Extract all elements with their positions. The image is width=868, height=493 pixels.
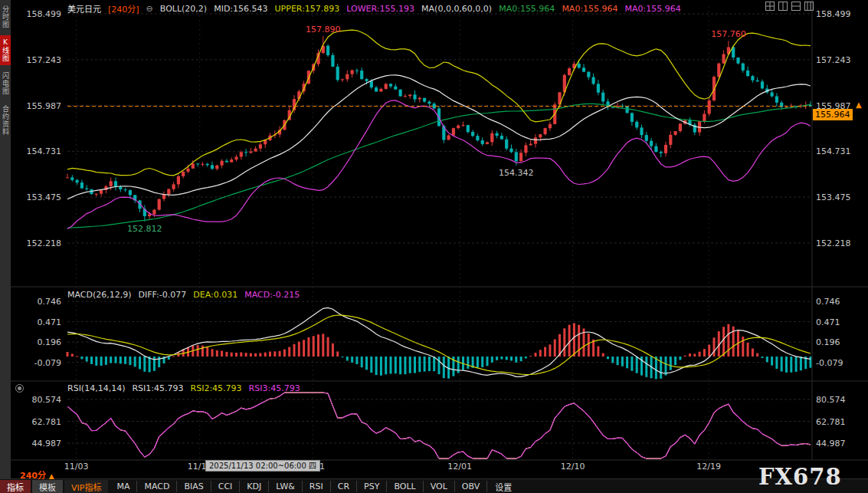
macd-macd-value: MACD:-0.215 <box>244 290 300 300</box>
price-annotation-3: 152.812 <box>127 224 162 234</box>
bottom-toolbar: 指标模板VIP指标MAMACDBIASCCIKDJLW&RSICRPSYBOLL… <box>0 478 868 493</box>
ma0-value-2: MA0:155.964 <box>562 4 617 14</box>
rsi-axis-label-left-1: 62.781 <box>32 417 62 427</box>
macd-axis-label-left-1: 0.471 <box>38 317 62 327</box>
current-price-tag: 155.964 <box>813 109 853 120</box>
timeframe-label[interactable]: [240分] <box>108 2 139 15</box>
macd-diff-value: DIFF:-0.077 <box>139 290 187 300</box>
split-horizontal-icon[interactable] <box>791 2 801 11</box>
toolbar-indicator-psy[interactable]: PSY <box>357 481 387 492</box>
x-axis: 11/0311/1311/2112/0112/1012/19 <box>0 462 868 472</box>
toolbar-indicator-bias[interactable]: BIAS <box>177 481 211 492</box>
tab-indicators[interactable]: 指标 <box>0 480 31 493</box>
macd-legend-label: MACD(26,12,9) <box>67 290 132 300</box>
price-axis-label-right-5: 152.218 <box>816 238 851 248</box>
xaxis-label-5: 12/19 <box>696 462 721 472</box>
boll-upper-value: UPPER:157.893 <box>275 4 340 14</box>
price-axis-label-right-1: 157.243 <box>816 55 851 65</box>
toolbar-indicator-cci[interactable]: CCI <box>211 481 241 492</box>
layout-icons-bar <box>765 2 814 11</box>
candles-layer <box>66 36 812 222</box>
grid-2x2-icon[interactable] <box>765 2 775 11</box>
toolbar-indicator-kdj[interactable]: KDJ <box>240 481 269 492</box>
date-tooltip: 2025/11/13 02:00~06:00 四 <box>205 460 320 472</box>
xaxis-label-4: 12/10 <box>561 462 585 472</box>
sidebar-item-flash-chart[interactable]: 闪电图 <box>0 69 11 98</box>
period-label: 240分 <box>20 471 46 481</box>
boll-upper-line <box>67 30 811 176</box>
rsi-panel <box>67 393 811 458</box>
boll-legend: BOLL(20,2) <box>160 4 207 14</box>
toolbar-indicator-lw[interactable]: LW& <box>269 481 303 492</box>
rsi-axis-label-right-1: 62.781 <box>816 417 846 427</box>
split-vertical-icon[interactable] <box>778 2 788 11</box>
macd-axis-label-right-3: -0.079 <box>816 358 843 368</box>
price-axis-label-left-5: 152.218 <box>27 238 62 248</box>
rsi1-value: RSI1:45.793 <box>132 383 183 393</box>
toolbar-indicator-boll[interactable]: BOLL <box>387 481 423 492</box>
price-axis-label-left-4: 153.475 <box>27 192 62 202</box>
price-axis-label-left-3: 154.731 <box>27 146 62 156</box>
macd-axis-label-left-2: 0.196 <box>38 337 62 347</box>
price-axis-label-left-2: 155.987 <box>27 101 62 111</box>
symbol-label: 美元日元 <box>67 2 101 15</box>
fx678-watermark: FX678 <box>758 464 842 490</box>
toolbar-indicator-obv[interactable]: OBV <box>455 481 487 492</box>
rsi-legend: RSI(14,14,14)RSI1:45.793RSI2:45.793RSI3:… <box>67 383 300 393</box>
macd-axis-label-right-2: 0.196 <box>816 337 840 347</box>
rsi3-line <box>67 393 811 458</box>
tab-templates[interactable]: 模板 <box>32 480 63 493</box>
price-axis-label-left-1: 157.243 <box>27 55 62 65</box>
toolbar-indicator-cr[interactable]: CR <box>331 481 357 492</box>
price-annotation-2: 154.342 <box>499 168 534 178</box>
sidebar-item-kline-chart[interactable]: K线图 <box>0 35 11 65</box>
rsi-axis-label-right-0: 80.574 <box>816 395 846 405</box>
rsi3-value: RSI3:45.793 <box>249 383 300 393</box>
toolbar-indicator-vol[interactable]: VOL <box>424 481 455 492</box>
macd-legend: MACD(26,12,9)DIFF:-0.077DEA:0.031MACD:-0… <box>67 290 300 300</box>
ma-legend: MA(0,0,0,60,0,0) <box>421 4 492 14</box>
sidebar-item-time-chart[interactable]: 分时图 <box>0 2 11 31</box>
sidebar-item-contract-info[interactable]: 合约资料 <box>0 102 11 139</box>
period-up-arrow-icon: ▲ <box>49 472 54 480</box>
price-axis-label-right-0: 158.499 <box>816 9 851 19</box>
macd-panel <box>67 307 812 379</box>
rsi-axis-label-left-0: 80.574 <box>32 395 62 405</box>
toolbar-indicator-macd[interactable]: MACD <box>137 481 177 492</box>
macd-dea-value: DEA:0.031 <box>193 290 237 300</box>
boll-mid-value: MID:156.543 <box>214 4 267 14</box>
toolbar-indicator-ma[interactable]: MA <box>110 481 137 492</box>
rsi-legend-label: RSI(14,14,14) <box>67 383 125 393</box>
price-annotations: 157.890157.760154.342152.812 <box>127 25 746 234</box>
rsi1-line <box>67 393 811 458</box>
grid-3col-icon[interactable] <box>804 2 814 11</box>
price-annotation-0: 157.890 <box>306 25 341 35</box>
panel-toggle-icon[interactable] <box>15 384 24 393</box>
price-axis-label-left-0: 158.499 <box>27 9 62 19</box>
toolbar-settings[interactable]: 设置 <box>487 480 519 493</box>
left-sidebar: 分时图K线图闪电图合约资料 <box>0 0 11 493</box>
tab-vip-indicators[interactable]: VIP指标 <box>64 480 108 493</box>
trading-terminal: 157.890157.760154.342152.812158.499158.4… <box>0 0 868 493</box>
ma0-value-1: MA0:155.964 <box>499 4 555 14</box>
minus-circle-icon[interactable]: ⊖ <box>146 4 153 14</box>
macd-axis-label-right-1: 0.471 <box>816 317 840 327</box>
chart-canvas[interactable]: 157.890157.760154.342152.812158.499158.4… <box>0 0 868 493</box>
ma0-value-3: MA0:155.964 <box>625 4 681 14</box>
rsi-axis-label-right-2: 44.987 <box>816 439 846 449</box>
price-up-arrow-icon: ▲ <box>856 100 862 109</box>
price-annotation-1: 157.760 <box>711 29 746 39</box>
macd-axis-label-left-3: -0.079 <box>34 358 61 368</box>
rsi2-value: RSI2:45.793 <box>191 383 242 393</box>
rsi-axis-label-left-2: 44.987 <box>32 439 62 449</box>
period-indicator[interactable]: 240分 ▲ <box>20 468 54 481</box>
rsi2-line <box>67 393 811 458</box>
xaxis-label-0: 11/03 <box>64 462 89 472</box>
toolbar-indicator-rsi[interactable]: RSI <box>303 481 331 492</box>
price-axis-label-right-3: 154.731 <box>816 146 851 156</box>
boll-lower-value: LOWER:155.193 <box>346 4 414 14</box>
macd-axis-label-left-0: 0.746 <box>38 297 62 307</box>
price-axis-label-right-4: 153.475 <box>816 192 851 202</box>
main-chart-legend: 美元日元[240分]⊖BOLL(20,2)MID:156.543UPPER:15… <box>67 2 681 15</box>
xaxis-label-3: 12/01 <box>447 462 472 472</box>
